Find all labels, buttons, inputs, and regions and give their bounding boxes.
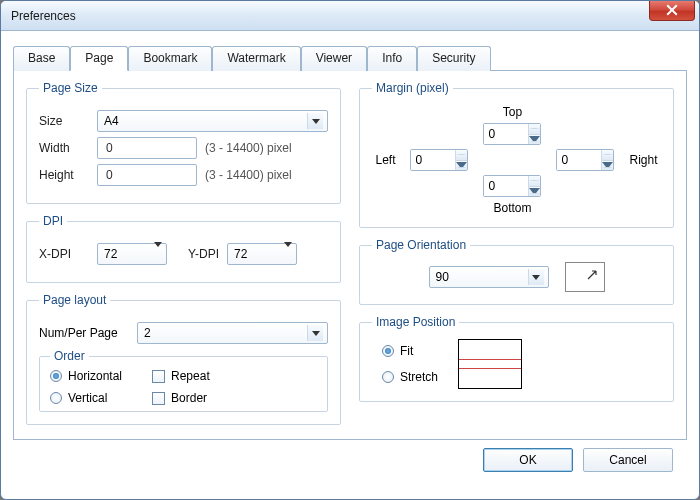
ydpi-value: 72 xyxy=(234,247,247,261)
order-group: Order Horizontal Vertical Repeat Border xyxy=(39,349,328,412)
margin-right-spin[interactable] xyxy=(556,149,614,171)
width-input[interactable] xyxy=(97,137,197,159)
tab-security[interactable]: Security xyxy=(417,46,490,71)
margin-bottom-label: Bottom xyxy=(493,201,531,215)
checkbox-icon xyxy=(152,392,165,405)
margin-top-spin[interactable] xyxy=(483,123,541,145)
chevron-down-icon xyxy=(154,247,162,261)
size-value: A4 xyxy=(104,114,119,128)
orientation-legend: Page Orientation xyxy=(372,238,470,252)
ydpi-label: Y-DPI xyxy=(175,247,219,261)
xdpi-value: 72 xyxy=(104,247,117,261)
radio-icon xyxy=(382,345,394,357)
close-button[interactable] xyxy=(649,1,695,21)
xdpi-label: X-DPI xyxy=(39,247,89,261)
order-legend: Order xyxy=(50,349,89,363)
dialog-footer: OK Cancel xyxy=(13,440,687,472)
margin-group: Margin (pixel) Top Left Right Bottom xyxy=(359,81,674,228)
orientation-combo[interactable]: 90 xyxy=(429,266,549,288)
height-input[interactable] xyxy=(97,164,197,186)
chevron-down-icon xyxy=(284,247,292,261)
repeat-checkbox[interactable]: Repeat xyxy=(152,369,210,383)
arrow-down-icon[interactable] xyxy=(529,187,540,197)
checkbox-icon xyxy=(152,370,165,383)
height-label: Height xyxy=(39,168,89,182)
preferences-window: Preferences Base Page Bookmark Watermark… xyxy=(0,0,700,500)
arrow-up-icon[interactable] xyxy=(602,150,613,161)
dpi-legend: DPI xyxy=(39,214,67,228)
numper-combo[interactable]: 2 xyxy=(137,322,328,344)
ydpi-combo[interactable]: 72 xyxy=(227,243,297,265)
tab-bookmark[interactable]: Bookmark xyxy=(128,46,212,71)
size-combo[interactable]: A4 xyxy=(97,110,328,132)
arrow-down-icon[interactable] xyxy=(529,135,540,145)
chevron-down-icon xyxy=(307,325,323,341)
layout-group: Page layout Num/Per Page 2 Order Horizo xyxy=(26,293,341,425)
arrow-up-icon[interactable] xyxy=(456,150,467,161)
pagesize-legend: Page Size xyxy=(39,81,102,95)
cancel-button[interactable]: Cancel xyxy=(583,448,673,472)
close-icon xyxy=(666,4,678,16)
ok-button[interactable]: OK xyxy=(483,448,573,472)
tabbar: Base Page Bookmark Watermark Viewer Info… xyxy=(13,45,687,71)
height-hint: (3 - 14400) pixel xyxy=(205,168,292,182)
dpi-group: DPI X-DPI 72 Y-DPI 72 xyxy=(26,214,341,283)
size-label: Size xyxy=(39,114,89,128)
numper-label: Num/Per Page xyxy=(39,326,129,340)
order-horizontal-radio[interactable]: Horizontal xyxy=(50,369,122,383)
layout-legend: Page layout xyxy=(39,293,110,307)
tab-page[interactable]: Page xyxy=(70,46,128,71)
arrow-down-icon[interactable] xyxy=(456,161,467,171)
arrow-down-icon[interactable] xyxy=(602,161,613,171)
numper-value: 2 xyxy=(144,326,151,340)
margin-top-label: Top xyxy=(503,105,522,119)
radio-icon xyxy=(50,392,62,404)
border-checkbox[interactable]: Border xyxy=(152,391,210,405)
pagesize-group: Page Size Size A4 Width (3 - 14400) pixe… xyxy=(26,81,341,204)
radio-icon xyxy=(50,370,62,382)
radio-icon xyxy=(382,371,394,383)
margin-right-label: Right xyxy=(629,153,657,167)
order-vertical-radio[interactable]: Vertical xyxy=(50,391,122,405)
xdpi-combo[interactable]: 72 xyxy=(97,243,167,265)
arrow-up-icon[interactable] xyxy=(529,124,540,135)
margin-left-spin[interactable] xyxy=(410,149,468,171)
stretch-radio[interactable]: Stretch xyxy=(382,370,438,384)
titlebar: Preferences xyxy=(1,1,699,31)
chevron-down-icon xyxy=(307,113,323,129)
orientation-value: 90 xyxy=(436,270,449,284)
tab-watermark[interactable]: Watermark xyxy=(212,46,300,71)
width-hint: (3 - 14400) pixel xyxy=(205,141,292,155)
margin-bottom-spin[interactable] xyxy=(483,175,541,197)
width-label: Width xyxy=(39,141,89,155)
arrow-up-icon[interactable] xyxy=(529,176,540,187)
imageposition-group: Image Position Fit Stretch xyxy=(359,315,674,402)
imageposition-preview xyxy=(458,339,522,389)
window-title: Preferences xyxy=(11,9,649,23)
tab-info[interactable]: Info xyxy=(367,46,417,71)
tab-base[interactable]: Base xyxy=(13,46,70,71)
orientation-group: Page Orientation 90 xyxy=(359,238,674,305)
imageposition-legend: Image Position xyxy=(372,315,459,329)
tab-viewer[interactable]: Viewer xyxy=(301,46,367,71)
margin-left-label: Left xyxy=(375,153,395,167)
fit-radio[interactable]: Fit xyxy=(382,344,438,358)
margin-legend: Margin (pixel) xyxy=(372,81,453,95)
orientation-preview-icon xyxy=(565,262,605,292)
chevron-down-icon xyxy=(528,269,544,285)
